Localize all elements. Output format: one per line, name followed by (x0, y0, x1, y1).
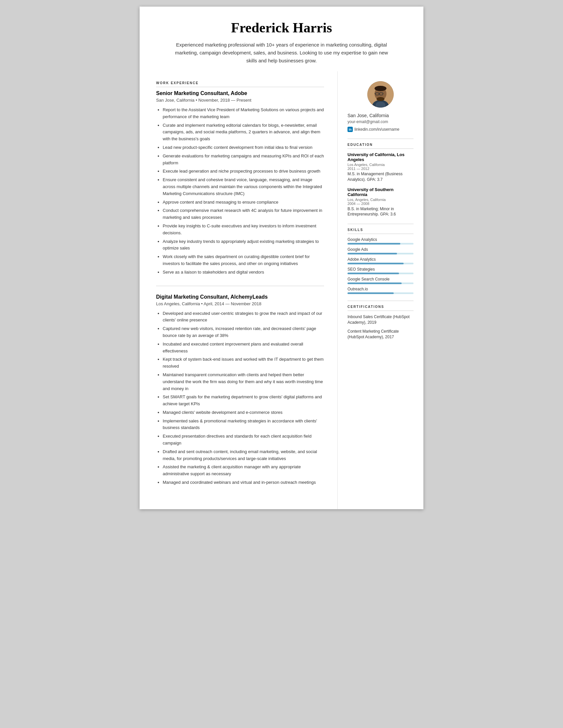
bullet-item: Execute lead generation and niche prospe… (163, 168, 324, 175)
skill-bar-bg-2 (348, 263, 414, 264)
right-divider (348, 301, 414, 301)
skill-bar-fill-2 (348, 263, 404, 264)
skill-name-3: SEO Strategies (348, 267, 414, 272)
edu-years-2: 2004 — 2008 (348, 202, 414, 206)
linkedin-icon: in (348, 127, 353, 132)
svg-line-8 (383, 93, 383, 94)
bullet-item: Incubated and executed content improveme… (163, 341, 324, 355)
skill-bar-bg-0 (348, 243, 414, 245)
edu-entry-2: University of Southern California Los, A… (348, 187, 414, 217)
education-title: EDUCATION (348, 143, 414, 149)
right-column: San Jose, California your-email@gmail.co… (338, 71, 423, 509)
job-divider (156, 286, 324, 286)
bullet-item: Curate and implement marketing editorial… (163, 122, 324, 143)
skill-item-2: Adobe Analytics (348, 257, 414, 264)
skill-name-2: Adobe Analytics (348, 257, 414, 262)
job-entry-1: Senior Marketing Consultant, Adobe San J… (156, 90, 324, 276)
bullet-item: Serve as a liaison to stakeholders and d… (163, 269, 324, 276)
bullet-item: Captured new web visitors, increased ret… (163, 325, 324, 339)
bullet-item: Developed and executed user-centric stra… (163, 310, 324, 324)
job-meta-2: Los Angeles, California • April, 2014 — … (156, 301, 324, 306)
skill-bar-fill-3 (348, 273, 399, 274)
candidate-email: your-email@gmail.com (348, 119, 414, 124)
bullet-item: Work closely with the sales department o… (163, 253, 324, 267)
skill-name-1: Google Ads (348, 247, 414, 252)
resume-container: Frederick Harris Experienced marketing p… (140, 7, 423, 509)
candidate-linkedin: in linkedin.com/in/username (348, 127, 414, 132)
skill-bar-fill-4 (348, 282, 402, 284)
candidate-summary: Experienced marketing professional with … (173, 41, 390, 65)
cert-item-1: Content Marketing Certificate (HubSpot A… (348, 329, 414, 340)
skills-title: SKILLS (348, 228, 414, 234)
bullet-item: Report to the Assistant Vice President o… (163, 107, 324, 120)
svg-point-9 (375, 86, 386, 91)
skill-item-4: Google Search Console (348, 277, 414, 284)
skill-item-5: Outreach.io (348, 287, 414, 294)
edu-location-2: Los, Angeles, California (348, 198, 414, 202)
bullet-item: Managed clients' website development and… (163, 409, 324, 416)
bullet-item: Approve content and brand messaging to e… (163, 199, 324, 206)
avatar (367, 81, 394, 108)
bullet-item: Maintained transparent communication wit… (163, 372, 324, 392)
candidate-name: Frederick Harris (159, 20, 404, 36)
avatar-wrapper (348, 81, 414, 108)
svg-line-7 (375, 93, 375, 94)
bullet-item: Implemented sales & promotional marketin… (163, 418, 324, 432)
skill-item-0: Google Analytics (348, 237, 414, 245)
skill-name-5: Outreach.io (348, 287, 414, 291)
main-layout: WORK EXPERIENCE Senior Marketing Consult… (140, 71, 423, 509)
bullet-item: Generate evaluations for marketing campa… (163, 153, 324, 167)
edu-school-2: University of Southern California (348, 187, 414, 197)
edu-years-1: 2011 — 2012 (348, 167, 414, 171)
edu-degree-2: B.S. in Marketing; Minor in Entrepreneur… (348, 206, 414, 217)
job-title-2: Digital Marketing Consultant, AlchemyLea… (156, 294, 324, 300)
bullet-item: Managed and coordinated webinars and vir… (163, 479, 324, 486)
skill-item-1: Google Ads (348, 247, 414, 254)
left-column: WORK EXPERIENCE Senior Marketing Consult… (140, 71, 338, 509)
bullet-item: Ensure consistent and cohesive brand voi… (163, 177, 324, 197)
avatar-svg (367, 81, 394, 108)
skills-section: SKILLS Google Analytics Google Ads Adobe… (348, 228, 414, 294)
certifications-section: CERTIFICATIONS Inbound Sales Certificate… (348, 305, 414, 340)
svg-point-10 (377, 97, 384, 101)
skill-bar-fill-0 (348, 243, 400, 245)
job-title-1: Senior Marketing Consultant, Adobe (156, 90, 324, 96)
work-experience-title: WORK EXPERIENCE (156, 81, 324, 87)
bullet-item: Set SMART goals for the marketing depart… (163, 394, 324, 408)
bullet-item: Assisted the marketing & client acquisit… (163, 464, 324, 478)
candidate-location: San Jose, California (348, 113, 414, 118)
bullet-item: Conduct comprehensive market research wi… (163, 207, 324, 221)
right-divider (348, 139, 414, 139)
edu-degree-1: M.S. in Management (Business Analytics).… (348, 171, 414, 182)
edu-entry-1: University of California, Los Angeles Lo… (348, 152, 414, 182)
skill-name-4: Google Search Console (348, 277, 414, 281)
bullet-item: Lead new product-specific content develo… (163, 144, 324, 151)
bullet-item: Provide key insights to C-suite executiv… (163, 223, 324, 237)
job-meta-1: San Jose, California • November, 2018 — … (156, 98, 324, 103)
edu-school-1: University of California, Los Angeles (348, 152, 414, 162)
linkedin-url: linkedin.com/in/username (354, 127, 399, 132)
skill-item-3: SEO Strategies (348, 267, 414, 274)
resume-header: Frederick Harris Experienced marketing p… (140, 7, 423, 71)
cert-item-0: Inbound Sales Certificate (HubSpot Acade… (348, 314, 414, 325)
skill-bar-bg-3 (348, 273, 414, 274)
job-entry-2: Digital Marketing Consultant, AlchemyLea… (156, 294, 324, 486)
bullet-item: Analyze key industry trends to appropria… (163, 238, 324, 252)
skill-bar-bg-1 (348, 253, 414, 254)
right-divider (348, 224, 414, 224)
bullet-item: Executed presentation directives and sta… (163, 433, 324, 447)
skill-bar-bg-4 (348, 282, 414, 284)
bullet-item: Drafted and sent outreach content, inclu… (163, 448, 324, 462)
education-section: EDUCATION University of California, Los … (348, 143, 414, 217)
job-bullets-1: Report to the Assistant Vice President o… (156, 107, 324, 276)
skill-bar-bg-5 (348, 292, 414, 294)
skill-name-0: Google Analytics (348, 237, 414, 242)
skill-bar-fill-1 (348, 253, 397, 254)
certifications-title: CERTIFICATIONS (348, 305, 414, 311)
job-bullets-2: Developed and executed user-centric stra… (156, 310, 324, 486)
bullet-item: Kept track of system back-end issues and… (163, 356, 324, 370)
edu-location-1: Los Angeles, California (348, 163, 414, 167)
skill-bar-fill-5 (348, 292, 394, 294)
contact-info: San Jose, California your-email@gmail.co… (348, 113, 414, 132)
